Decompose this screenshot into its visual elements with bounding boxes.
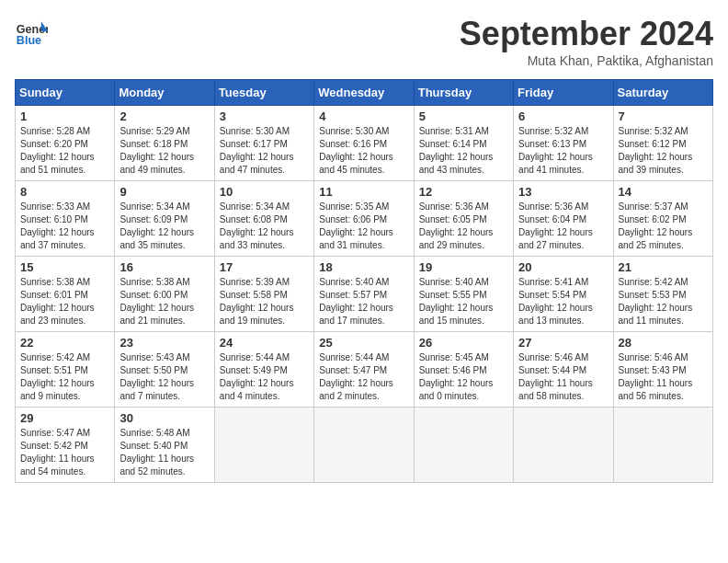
calendar-day-cell: 12 Sunrise: 5:36 AMSunset: 6:05 PMDaylig… (414, 181, 513, 257)
day-detail: Sunrise: 5:30 AMSunset: 6:16 PMDaylight:… (319, 125, 408, 177)
day-detail: Sunrise: 5:36 AMSunset: 6:04 PMDaylight:… (518, 201, 608, 252)
calendar-day-cell: 10 Sunrise: 5:34 AMSunset: 6:08 PMDaylig… (214, 181, 313, 257)
weekday-header: Tuesday (214, 80, 313, 106)
day-detail: Sunrise: 5:34 AMSunset: 6:09 PMDaylight:… (119, 201, 209, 252)
calendar-day-cell (514, 408, 613, 483)
calendar-day-cell: 30 Sunrise: 5:48 AMSunset: 5:40 PMDaylig… (115, 408, 214, 483)
calendar-day-cell: 21 Sunrise: 5:42 AMSunset: 5:53 PMDaylig… (613, 257, 712, 332)
calendar-week-row: 22 Sunrise: 5:42 AMSunset: 5:51 PMDaylig… (16, 332, 713, 408)
calendar-day-cell: 14 Sunrise: 5:37 AMSunset: 6:02 PMDaylig… (613, 181, 712, 257)
calendar-day-cell: 1 Sunrise: 5:28 AMSunset: 6:20 PMDayligh… (16, 106, 115, 181)
day-detail: Sunrise: 5:41 AMSunset: 5:54 PMDaylight:… (518, 276, 608, 327)
day-number: 7 (619, 109, 708, 123)
calendar-day-cell: 4 Sunrise: 5:30 AMSunset: 6:16 PMDayligh… (314, 106, 414, 181)
day-detail: Sunrise: 5:42 AMSunset: 5:53 PMDaylight:… (619, 276, 708, 327)
day-detail: Sunrise: 5:38 AMSunset: 6:01 PMDaylight:… (20, 276, 109, 327)
day-number: 16 (119, 260, 209, 274)
calendar-day-cell: 20 Sunrise: 5:41 AMSunset: 5:54 PMDaylig… (514, 257, 613, 332)
day-number: 29 (20, 411, 109, 425)
calendar-day-cell: 18 Sunrise: 5:40 AMSunset: 5:57 PMDaylig… (314, 257, 414, 332)
calendar-day-cell: 6 Sunrise: 5:32 AMSunset: 6:13 PMDayligh… (514, 106, 613, 181)
day-detail: Sunrise: 5:35 AMSunset: 6:06 PMDaylight:… (319, 201, 408, 252)
day-number: 21 (619, 260, 708, 274)
day-detail: Sunrise: 5:34 AMSunset: 6:08 PMDaylight:… (220, 201, 309, 252)
day-detail: Sunrise: 5:44 AMSunset: 5:47 PMDaylight:… (319, 351, 408, 403)
calendar-day-cell: 7 Sunrise: 5:32 AMSunset: 6:12 PMDayligh… (613, 106, 712, 181)
day-detail: Sunrise: 5:39 AMSunset: 5:58 PMDaylight:… (220, 276, 309, 327)
calendar-day-cell: 3 Sunrise: 5:30 AMSunset: 6:17 PMDayligh… (214, 106, 313, 181)
day-number: 23 (119, 336, 209, 350)
day-number: 14 (619, 185, 708, 199)
day-detail: Sunrise: 5:48 AMSunset: 5:40 PMDaylight:… (119, 427, 209, 478)
logo-icon: General Blue (15, 15, 48, 48)
day-detail: Sunrise: 5:46 AMSunset: 5:44 PMDaylight:… (518, 351, 608, 403)
month-title: September 2024 (460, 15, 713, 53)
day-number: 10 (220, 185, 309, 199)
day-detail: Sunrise: 5:44 AMSunset: 5:49 PMDaylight:… (220, 351, 309, 403)
calendar-day-cell: 13 Sunrise: 5:36 AMSunset: 6:04 PMDaylig… (514, 181, 613, 257)
day-detail: Sunrise: 5:43 AMSunset: 5:50 PMDaylight:… (119, 351, 209, 403)
day-detail: Sunrise: 5:28 AMSunset: 6:20 PMDaylight:… (20, 125, 109, 177)
calendar-day-cell: 17 Sunrise: 5:39 AMSunset: 5:58 PMDaylig… (214, 257, 313, 332)
day-number: 13 (518, 185, 608, 199)
calendar-day-cell: 8 Sunrise: 5:33 AMSunset: 6:10 PMDayligh… (16, 181, 115, 257)
day-detail: Sunrise: 5:40 AMSunset: 5:55 PMDaylight:… (419, 276, 508, 327)
calendar-table: SundayMondayTuesdayWednesdayThursdayFrid… (15, 79, 713, 483)
day-number: 6 (518, 109, 608, 123)
day-number: 1 (20, 109, 109, 123)
logo: General Blue (15, 15, 48, 48)
calendar-day-cell: 26 Sunrise: 5:45 AMSunset: 5:46 PMDaylig… (414, 332, 513, 408)
day-number: 24 (220, 336, 309, 350)
day-number: 30 (119, 411, 209, 425)
calendar-day-cell: 19 Sunrise: 5:40 AMSunset: 5:55 PMDaylig… (414, 257, 513, 332)
day-detail: Sunrise: 5:42 AMSunset: 5:51 PMDaylight:… (20, 351, 109, 403)
calendar-day-cell (214, 408, 313, 483)
calendar-day-cell: 27 Sunrise: 5:46 AMSunset: 5:44 PMDaylig… (514, 332, 613, 408)
day-number: 5 (419, 109, 508, 123)
calendar-day-cell: 9 Sunrise: 5:34 AMSunset: 6:09 PMDayligh… (115, 181, 214, 257)
weekday-header: Sunday (16, 80, 115, 106)
calendar-day-cell (314, 408, 414, 483)
day-number: 4 (319, 109, 408, 123)
day-detail: Sunrise: 5:33 AMSunset: 6:10 PMDaylight:… (20, 201, 109, 252)
day-detail: Sunrise: 5:38 AMSunset: 6:00 PMDaylight:… (119, 276, 209, 327)
day-number: 20 (518, 260, 608, 274)
day-detail: Sunrise: 5:31 AMSunset: 6:14 PMDaylight:… (419, 125, 508, 177)
day-detail: Sunrise: 5:37 AMSunset: 6:02 PMDaylight:… (619, 201, 708, 252)
day-detail: Sunrise: 5:40 AMSunset: 5:57 PMDaylight:… (319, 276, 408, 327)
calendar-week-row: 29 Sunrise: 5:47 AMSunset: 5:42 PMDaylig… (16, 408, 713, 483)
page-header: General Blue September 2024 Muta Khan, P… (15, 15, 713, 68)
calendar-week-row: 8 Sunrise: 5:33 AMSunset: 6:10 PMDayligh… (16, 181, 713, 257)
weekday-header: Monday (115, 80, 214, 106)
day-detail: Sunrise: 5:30 AMSunset: 6:17 PMDaylight:… (220, 125, 309, 177)
day-number: 12 (419, 185, 508, 199)
calendar-day-cell: 24 Sunrise: 5:44 AMSunset: 5:49 PMDaylig… (214, 332, 313, 408)
weekday-header: Wednesday (314, 80, 414, 106)
day-number: 27 (518, 336, 608, 350)
weekday-header-row: SundayMondayTuesdayWednesdayThursdayFrid… (16, 80, 713, 106)
day-number: 28 (619, 336, 708, 350)
calendar-day-cell: 15 Sunrise: 5:38 AMSunset: 6:01 PMDaylig… (16, 257, 115, 332)
day-number: 15 (20, 260, 109, 274)
calendar-day-cell: 22 Sunrise: 5:42 AMSunset: 5:51 PMDaylig… (16, 332, 115, 408)
day-detail: Sunrise: 5:29 AMSunset: 6:18 PMDaylight:… (119, 125, 209, 177)
title-area: September 2024 Muta Khan, Paktika, Afgha… (460, 15, 713, 68)
calendar-day-cell: 11 Sunrise: 5:35 AMSunset: 6:06 PMDaylig… (314, 181, 414, 257)
weekday-header: Saturday (613, 80, 712, 106)
day-detail: Sunrise: 5:32 AMSunset: 6:12 PMDaylight:… (619, 125, 708, 177)
calendar-day-cell: 25 Sunrise: 5:44 AMSunset: 5:47 PMDaylig… (314, 332, 414, 408)
location-title: Muta Khan, Paktika, Afghanistan (460, 53, 713, 68)
day-detail: Sunrise: 5:46 AMSunset: 5:43 PMDaylight:… (619, 351, 708, 403)
svg-text:Blue: Blue (17, 34, 41, 47)
day-detail: Sunrise: 5:45 AMSunset: 5:46 PMDaylight:… (419, 351, 508, 403)
day-detail: Sunrise: 5:47 AMSunset: 5:42 PMDaylight:… (20, 427, 109, 478)
calendar-day-cell (414, 408, 513, 483)
day-number: 17 (220, 260, 309, 274)
calendar-day-cell: 16 Sunrise: 5:38 AMSunset: 6:00 PMDaylig… (115, 257, 214, 332)
day-number: 8 (20, 185, 109, 199)
day-number: 19 (419, 260, 508, 274)
day-number: 22 (20, 336, 109, 350)
weekday-header: Thursday (414, 80, 513, 106)
day-number: 11 (319, 185, 408, 199)
calendar-week-row: 1 Sunrise: 5:28 AMSunset: 6:20 PMDayligh… (16, 106, 713, 181)
